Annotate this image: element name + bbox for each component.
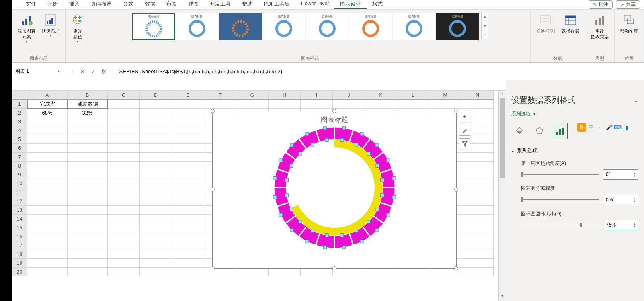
menu-开发工具[interactable]: 开发工具 [204,0,236,9]
cell-D8[interactable] [140,162,172,170]
cell-N14[interactable] [461,215,494,223]
resize-handle[interactable] [454,266,458,270]
col-F[interactable]: F [204,91,236,100]
cell-C6[interactable] [108,144,140,153]
cell-A6[interactable] [27,144,68,153]
cell-E17[interactable] [172,241,204,250]
effects-tab-icon[interactable] [531,123,548,139]
row-headers[interactable]: 1234567891011121314151617181920 [12,100,27,276]
col-N[interactable]: N [461,91,494,100]
cell-E14[interactable] [172,215,204,223]
cell-E6[interactable] [172,144,204,153]
cell-A17[interactable] [27,241,68,250]
ime-more-icon[interactable]: ▮ [623,124,630,131]
row-12[interactable]: 12 [12,197,27,206]
cell-A2[interactable]: 68% [27,109,68,117]
explosion-slider[interactable] [521,199,599,200]
quick-layout-button[interactable]: 快速布局 ▾ [39,12,62,38]
ime-kbd-icon[interactable]: ⌨ [614,124,621,131]
cell-C8[interactable] [108,162,140,170]
cell-A14[interactable] [27,215,68,223]
column-headers[interactable]: ABCDEFGHIJKLMN [27,91,494,100]
ime-punct-icon[interactable]: ·, [597,124,604,131]
cell-M1[interactable] [429,100,461,109]
menu-公式[interactable]: 公式 [117,0,139,9]
cell-E5[interactable] [172,135,204,144]
menu-开始[interactable]: 开始 [42,0,64,9]
cell-N20[interactable] [461,268,494,276]
col-M[interactable]: M [429,91,461,100]
cell-D16[interactable] [140,232,172,241]
cell-N13[interactable] [461,206,494,215]
resize-handle[interactable] [332,266,336,270]
cell-B8[interactable] [68,162,108,170]
scroll-down-icon[interactable]: ▾ [499,294,506,301]
scroll-up-icon[interactable]: ▴ [499,91,506,98]
section-header[interactable]: ⌄系列选项 [511,147,638,154]
col-L[interactable]: L [397,91,429,100]
menu-文件[interactable]: 文件 [20,0,42,9]
cell-I1[interactable] [301,100,333,109]
cell-K20[interactable] [365,268,397,276]
cell-C14[interactable] [108,215,140,223]
cell-E8[interactable] [172,162,204,170]
cell-A5[interactable] [27,135,68,144]
resize-handle[interactable] [211,188,215,192]
cell-E12[interactable] [172,197,204,206]
col-D[interactable]: D [140,91,172,100]
cell-E2[interactable] [172,109,204,117]
hole-size-slider[interactable] [521,225,599,225]
cell-N7[interactable] [461,153,494,162]
cell-D1[interactable] [140,100,172,109]
row-7[interactable]: 7 [12,153,27,162]
cell-N10[interactable] [461,179,494,188]
cell-E20[interactable] [172,268,204,276]
cell-N9[interactable] [461,170,494,179]
cell-N18[interactable] [461,250,494,259]
cell-E16[interactable] [172,232,204,241]
cell-B17[interactable] [68,241,108,250]
cell-C19[interactable] [108,259,140,268]
cell-C20[interactable] [108,268,140,276]
row-19[interactable]: 19 [12,259,27,268]
menu-Power Pivot[interactable]: Power Pivot [295,0,334,9]
cancel-icon[interactable]: ✕ [79,68,87,76]
cell-A3[interactable] [27,117,68,126]
gallery-up-icon[interactable]: ▴ [482,12,488,21]
style-thumb-5[interactable]: 图表标题 [306,13,349,40]
style-thumb-7[interactable]: 图表标题 [393,13,435,40]
col-I[interactable]: I [301,91,333,100]
cell-D18[interactable] [140,250,172,259]
cell-A16[interactable] [27,232,68,241]
style-thumb-2[interactable]: 图表标题 [176,13,218,40]
cell-N17[interactable] [461,241,494,250]
menu-插入[interactable]: 插入 [64,0,85,9]
cell-A19[interactable] [27,259,68,268]
row-20[interactable]: 20 [12,268,27,276]
comment-button[interactable]: ✎批注 [589,0,613,9]
formula-content[interactable]: =SERIES(,Sheet1!$A$1:$B$1,{5,5,5,5,5,5,5… [112,63,644,80]
cell-E11[interactable] [172,188,204,197]
menu-审阅[interactable]: 审阅 [161,0,183,9]
sogou-icon[interactable]: S [577,123,586,132]
style-thumb-3[interactable]: 图表标题 [219,13,262,40]
row-2[interactable]: 2 [12,109,27,117]
select-data-button[interactable]: 选择数据 [559,12,582,35]
cell-F20[interactable] [204,268,236,276]
change-chart-type-button[interactable]: 更改 图表类型 [589,12,611,41]
cell-A11[interactable] [27,188,68,197]
style-thumb-4[interactable]: 图表标题 [263,13,305,40]
col-J[interactable]: J [333,91,365,100]
cell-N15[interactable] [461,223,494,232]
cell-D14[interactable] [140,215,172,223]
cell-D9[interactable] [140,170,172,179]
resize-handle[interactable] [332,109,336,113]
cell-D13[interactable] [140,206,172,215]
cell-E18[interactable] [172,250,204,259]
cell-B16[interactable] [68,232,108,241]
cell-C7[interactable] [108,153,140,162]
cell-B18[interactable] [68,250,108,259]
cell-H20[interactable] [269,268,301,276]
menu-页面布局[interactable]: 页面布局 [85,0,117,9]
cell-B19[interactable] [68,259,108,268]
